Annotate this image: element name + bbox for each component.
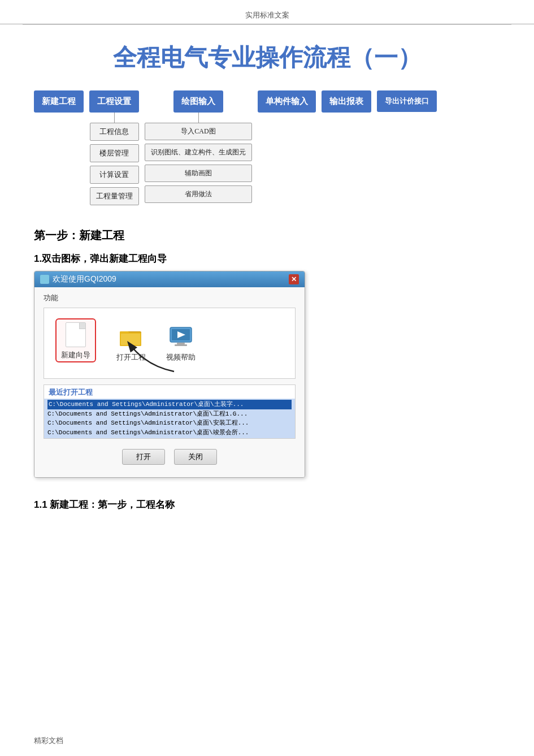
dialog-window: 欢迎使用GQI2009 ✕ 功能 新建向导 xyxy=(34,271,305,478)
sub-box-floor-mgmt: 楼层管理 xyxy=(90,144,139,162)
sub-box-quantity-mgmt: 工程量管理 xyxy=(90,187,139,205)
svg-rect-8 xyxy=(175,344,187,346)
recent-item-1[interactable]: C:\Documents and Settings\Administrator\… xyxy=(47,409,292,419)
box-column-new-project: 新建工程 xyxy=(34,90,84,113)
header-title: 实用标准文案 xyxy=(245,11,289,19)
open-button[interactable]: 打开 xyxy=(122,449,165,465)
new-wizard-label: 新建向导 xyxy=(61,350,90,360)
open-project-label: 打开工程 xyxy=(116,352,146,362)
top-box-draw-input: 绘图输入 xyxy=(173,90,223,113)
top-box-export-interface: 导出计价接口 xyxy=(377,90,437,112)
dialog-icons-row: 新建向导 xyxy=(51,313,288,370)
recent-label: 最近打开工程 xyxy=(44,385,295,399)
connector-v1 xyxy=(114,113,115,123)
open-project-icon xyxy=(119,325,143,349)
page-footer: 精彩文档 xyxy=(34,736,63,746)
video-help-label: 视频帮助 xyxy=(166,352,196,362)
dialog-item-video-help[interactable]: 视频帮助 xyxy=(166,325,196,362)
dialog-titlebar-left: 欢迎使用GQI2009 xyxy=(40,274,116,284)
dialog-item-open-project[interactable]: 打开工程 xyxy=(116,325,146,362)
dialog-area: 欢迎使用GQI2009 ✕ 功能 新建向导 xyxy=(0,271,534,491)
flowchart-top-row: 新建工程 工程设置 工程信息 楼层管理 计算设置 工程量管理 绘图输入 导入CA… xyxy=(34,90,500,205)
connector-v2 xyxy=(198,113,199,123)
video-help-icon xyxy=(169,325,193,349)
svg-rect-7 xyxy=(177,343,185,344)
flowchart: 新建工程 工程设置 工程信息 楼层管理 计算设置 工程量管理 绘图输入 导入CA… xyxy=(0,85,534,222)
step1-1-heading: 1.1 新建工程：第一步，工程名称 xyxy=(0,491,534,516)
step1-sub-heading: 1.双击图标，弹出新建工程向导 xyxy=(0,248,534,271)
recent-item-2[interactable]: C:\Documents and Settings\Administrator\… xyxy=(47,418,292,428)
sub-box-calc-settings: 计算设置 xyxy=(90,166,139,184)
dialog-titlebar: 欢迎使用GQI2009 ✕ xyxy=(34,271,305,287)
step1-heading: 第一步：新建工程 xyxy=(0,222,534,248)
dialog-footer: 打开 关闭 xyxy=(44,444,296,472)
sub-box-assist-draw: 辅助画图 xyxy=(145,165,252,182)
top-box-new-project: 新建工程 xyxy=(34,90,84,113)
recent-item-0[interactable]: C:\Documents and Settings\Administrator\… xyxy=(47,400,292,409)
new-wizard-icon xyxy=(64,323,88,347)
draw-input-subs: 导入CAD图 识别图纸、建立构件、生成图元 辅助画图 省用做法 xyxy=(145,123,252,203)
dialog-close-button[interactable]: ✕ xyxy=(289,274,299,284)
recent-section: 最近打开工程 C:\Documents and Settings\Adminis… xyxy=(44,385,296,439)
top-box-single-component: 单构件输入 xyxy=(258,90,316,113)
top-box-output-report: 输出报表 xyxy=(322,90,371,113)
box-column-export-interface: 导出计价接口 xyxy=(377,90,437,112)
page-header: 实用标准文案 xyxy=(0,0,534,24)
sub-box-common-method: 省用做法 xyxy=(145,185,252,203)
recent-item-3[interactable]: C:\Documents and Settings\Administrator\… xyxy=(47,428,292,438)
box-column-project-settings: 工程设置 工程信息 楼层管理 计算设置 工程量管理 xyxy=(89,90,139,205)
top-box-project-settings: 工程设置 xyxy=(89,90,139,113)
dialog-pos: 欢迎使用GQI2009 ✕ 功能 新建向导 xyxy=(34,271,305,478)
dialog-body: 功能 新建向导 xyxy=(34,287,305,477)
dialog-item-new-wizard[interactable]: 新建向导 xyxy=(55,318,96,362)
box-column-single-component: 单构件输入 xyxy=(258,90,316,113)
box-column-output-report: 输出报表 xyxy=(322,90,371,113)
main-title: 全程电气专业操作流程（一） xyxy=(0,25,534,85)
recent-list: C:\Documents and Settings\Administrator\… xyxy=(44,399,295,438)
sub-box-recognize: 识别图纸、建立构件、生成图元 xyxy=(145,144,252,161)
sub-box-import-cad: 导入CAD图 xyxy=(145,123,252,140)
sub-box-project-info: 工程信息 xyxy=(90,123,139,141)
close-button[interactable]: 关闭 xyxy=(174,449,217,465)
dialog-title: 欢迎使用GQI2009 xyxy=(53,274,116,284)
box-column-draw-input: 绘图输入 导入CAD图 识别图纸、建立构件、生成图元 辅助画图 省用做法 xyxy=(145,90,252,203)
svg-rect-3 xyxy=(121,334,140,345)
project-settings-subs: 工程信息 楼层管理 计算设置 工程量管理 xyxy=(90,123,139,205)
app-icon xyxy=(40,275,49,284)
dialog-section-label: 功能 xyxy=(44,293,296,303)
